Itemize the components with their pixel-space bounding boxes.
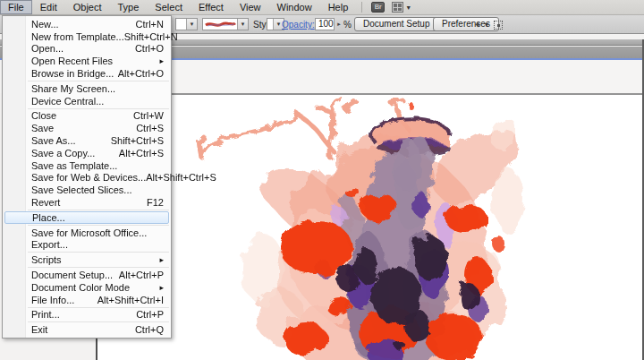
brush-definition-dropdown[interactable]: ▼ — [202, 18, 249, 30]
chevron-down-icon: ▼ — [405, 4, 411, 11]
variable-width-dropdown[interactable]: ▼ — [175, 18, 198, 30]
submenu-arrow-icon: ▸ — [159, 255, 164, 264]
menu-item-shortcut: Alt+Shift+Ctrl+I — [97, 295, 164, 305]
menu-item-shortcut: Ctrl+O — [135, 43, 164, 54]
menu-item-shortcut: Alt+Ctrl+S — [119, 148, 164, 159]
menubar-item-type[interactable]: Type — [110, 0, 148, 14]
chevron-down-icon: ▼ — [483, 21, 489, 28]
file-menu-item-share-my-screen[interactable]: Share My Screen... — [3, 82, 171, 95]
menu-separator — [28, 252, 169, 253]
file-menu-item-export[interactable]: Export... — [3, 239, 171, 252]
file-menu-dropdown: New...Ctrl+NNew from Template...Shift+Ct… — [2, 15, 172, 339]
file-menu-item-file-info[interactable]: File Info...Alt+Shift+Ctrl+I — [3, 294, 171, 306]
menu-item-shortcut: Alt+Ctrl+P — [119, 270, 164, 280]
menu-item-shortcut: Shift+Ctrl+N — [124, 31, 178, 42]
file-menu-item-device-central[interactable]: Device Central... — [3, 95, 171, 107]
select-similar-wand-icon[interactable]: ✦ ▼ — [474, 19, 489, 30]
file-menu-item-save[interactable]: SaveCtrl+S — [3, 122, 171, 134]
menubar-item-edit[interactable]: Edit — [32, 0, 65, 14]
menu-separator — [28, 210, 169, 210]
file-menu-item-open[interactable]: Open...Ctrl+O — [3, 43, 171, 56]
menu-item-label: Scripts — [31, 254, 159, 265]
file-menu-item-save-as-template[interactable]: Save as Template... — [3, 159, 171, 172]
file-menu-item-open-recent-files[interactable]: Open Recent Files▸ — [3, 55, 171, 67]
arrange-documents-icon[interactable]: ▼ — [392, 0, 411, 14]
file-menu-item-document-color-mode[interactable]: Document Color Mode▸ — [3, 281, 171, 294]
menu-item-shortcut: Shift+Ctrl+S — [111, 135, 164, 146]
file-menu-item-save-for-web-devices[interactable]: Save for Web & Devices...Alt+Shift+Ctrl+… — [3, 172, 171, 184]
percent-label: % — [343, 20, 352, 30]
menubar-item-view[interactable]: View — [232, 0, 269, 14]
menu-item-label: New from Template... — [31, 31, 124, 42]
menu-item-label: Share My Screen... — [31, 83, 164, 94]
menu-item-label: Browse in Bridge... — [31, 68, 118, 79]
menu-separator — [28, 321, 169, 322]
file-menu-item-save-as[interactable]: Save As...Shift+Ctrl+S — [3, 134, 171, 147]
menu-item-label: Save As... — [31, 135, 111, 146]
menubar-item-file[interactable]: File — [0, 0, 32, 14]
menu-item-label: Close — [31, 110, 133, 121]
artboard[interactable] — [97, 95, 642, 360]
file-menu-item-print[interactable]: Print...Ctrl+P — [3, 309, 171, 321]
menu-item-label: Export... — [31, 239, 164, 250]
menu-separator — [28, 267, 169, 268]
file-menu-item-place[interactable]: Place... — [4, 211, 169, 224]
menu-item-shortcut: Ctrl+S — [136, 123, 164, 133]
file-menu-item-revert[interactable]: RevertF12 — [3, 196, 171, 209]
file-menu-item-save-selected-slices[interactable]: Save Selected Slices... — [3, 184, 171, 196]
menu-item-label: Document Color Mode — [31, 282, 159, 293]
menu-bar: FileEditObjectTypeSelectEffectViewWindow… — [0, 0, 644, 15]
file-menu-item-browse-in-bridge[interactable]: Browse in Bridge...Alt+Ctrl+O — [3, 67, 171, 80]
menu-item-label: File Info... — [31, 295, 97, 305]
artboard-top-edge — [96, 93, 642, 95]
file-menu-item-new[interactable]: New...Ctrl+N — [3, 18, 171, 30]
opacity-link[interactable]: Opacity: — [282, 20, 315, 30]
menu-item-shortcut: Ctrl+P — [136, 309, 164, 320]
opacity-spinner-icon[interactable]: ▸ — [335, 18, 343, 30]
file-menu-item-scripts[interactable]: Scripts▸ — [3, 253, 171, 266]
menu-item-label: Save for Microsoft Office... — [31, 227, 164, 238]
file-menu-item-save-a-copy[interactable]: Save a Copy...Alt+Ctrl+S — [3, 147, 171, 159]
menu-item-label: Save Selected Slices... — [31, 184, 164, 195]
menu-item-shortcut: Ctrl+Q — [135, 324, 164, 335]
menubar-item-select[interactable]: Select — [147, 0, 191, 14]
file-menu-item-exit[interactable]: ExitCtrl+Q — [3, 323, 171, 336]
menu-separator — [28, 225, 169, 226]
file-menu-item-save-for-microsoft-office[interactable]: Save for Microsoft Office... — [3, 227, 171, 239]
isolate-selection-icon[interactable] — [494, 19, 503, 30]
menu-item-label: Document Setup... — [31, 270, 119, 280]
menu-item-label: Save as Template... — [31, 160, 164, 171]
chevron-down-icon: ▼ — [186, 19, 197, 30]
file-menu-item-new-from-template[interactable]: New from Template...Shift+Ctrl+N — [3, 30, 171, 43]
menu-item-label: Save for Web & Devices... — [31, 172, 146, 183]
menu-bar-items: FileEditObjectTypeSelectEffectViewWindow… — [0, 0, 356, 14]
menu-separator — [28, 307, 169, 308]
menubar-item-help[interactable]: Help — [320, 0, 357, 14]
menu-item-shortcut: Alt+Shift+Ctrl+S — [146, 172, 216, 183]
menu-item-label: Save — [31, 123, 136, 133]
menu-item-shortcut: Alt+Ctrl+O — [118, 68, 164, 79]
file-menu-item-document-setup[interactable]: Document Setup...Alt+Ctrl+P — [3, 269, 171, 281]
menubar-item-effect[interactable]: Effect — [191, 0, 232, 14]
menu-item-shortcut: Ctrl+N — [136, 19, 164, 30]
menu-item-label: Exit — [31, 324, 135, 335]
file-menu-list: New...Ctrl+NNew from Template...Shift+Ct… — [3, 18, 171, 336]
bridge-icon[interactable]: Br — [371, 0, 385, 14]
menu-item-shortcut: F12 — [147, 197, 164, 208]
menu-item-label: Place... — [32, 212, 163, 223]
menu-item-label: Device Central... — [31, 96, 164, 107]
opacity-input[interactable]: 100 — [315, 18, 335, 30]
document-setup-button[interactable]: Document Setup — [354, 17, 439, 31]
menubar-item-object[interactable]: Object — [65, 0, 110, 14]
file-menu-item-close[interactable]: CloseCtrl+W — [3, 110, 171, 123]
menu-item-label: Save a Copy... — [31, 148, 119, 159]
menu-item-label: Open... — [31, 43, 135, 54]
submenu-arrow-icon: ▸ — [159, 56, 164, 65]
menu-item-label: Print... — [31, 309, 136, 320]
submenu-arrow-icon: ▸ — [159, 283, 164, 292]
menubar-item-window[interactable]: Window — [269, 0, 320, 14]
brush-stroke-preview — [204, 20, 236, 29]
chevron-down-icon: ▼ — [237, 19, 248, 30]
menu-item-label: New... — [31, 19, 136, 30]
menu-separator — [28, 81, 169, 81]
